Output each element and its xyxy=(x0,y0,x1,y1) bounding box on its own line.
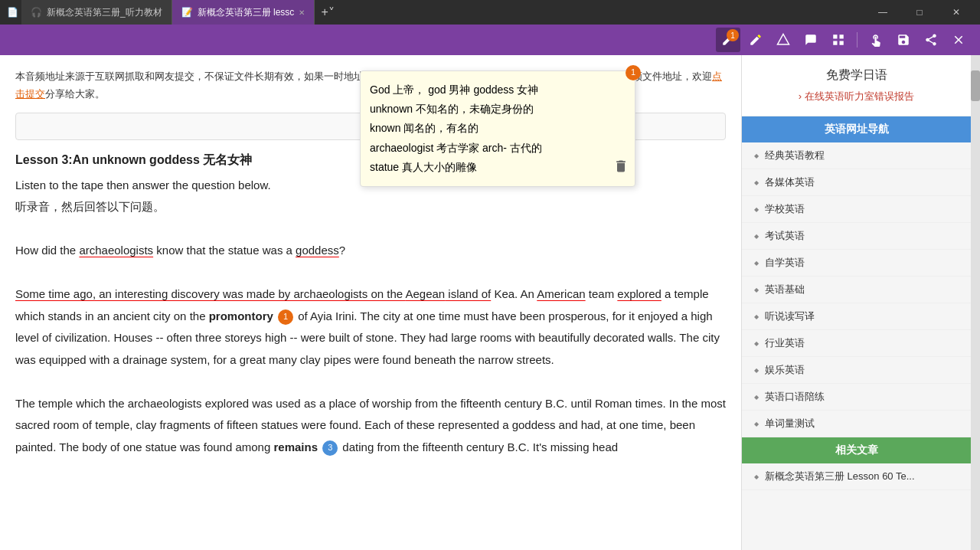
sentence-underline-1: Some time ago, an interesting discovery … xyxy=(15,287,491,300)
toolbar-badge: 1 xyxy=(727,29,739,41)
tab-bar: 🎧 新概念英语第三册_听力教材 📝 新概念英语第三册 lessc ✕ + ˅ xyxy=(21,0,862,25)
main-layout: 本音频地址来源于互联网抓取和网友提交，不保证文件长期有效，如果一时地址无效，请尝… xyxy=(0,55,980,550)
paragraph-2: The temple which the archaeologists expl… xyxy=(15,393,726,459)
close-button[interactable]: ✕ xyxy=(939,0,974,25)
plus-icon: + xyxy=(321,5,328,19)
sidebar-related-item[interactable]: 新概念英语第三册 Lesson 60 Te... xyxy=(742,463,971,490)
sidebar-nav-item[interactable]: 英语口语陪练 xyxy=(742,384,971,411)
save-button[interactable] xyxy=(891,28,916,52)
toolbar: 1 xyxy=(0,25,980,55)
sidebar-nav-item[interactable]: 听说读写译 xyxy=(742,303,971,330)
sidebar-related-section: 相关文章 新概念英语第三册 Lesson 60 Te... xyxy=(742,437,971,490)
titlebar: 📄 🎧 新概念英语第三册_听力教材 📝 新概念英语第三册 lessc ✕ + ˅… xyxy=(0,0,980,25)
maximize-button[interactable]: □ xyxy=(902,0,937,25)
scrollbar-thumb[interactable] xyxy=(971,70,980,101)
tooltip-content: God 上帝， god 男神 goddess 女神 unknown 不知名的，未… xyxy=(370,80,626,177)
question-text: How did the archaeologists know that the… xyxy=(15,240,726,262)
tab-2-icon: 📝 xyxy=(181,7,193,18)
app-icon: 📄 xyxy=(6,6,18,18)
svg-rect-4 xyxy=(840,41,844,45)
ad-link[interactable]: 在线英语听力室错误报告 xyxy=(754,90,959,103)
comment-button[interactable] xyxy=(799,28,823,52)
word-explored: explored xyxy=(617,287,662,300)
tooltip-popup: 1 God 上帝， god 男神 goddess 女神 unknown 不知名的… xyxy=(360,70,635,187)
paragraph-1: Some time ago, an interesting discovery … xyxy=(15,283,726,371)
tab-1-icon: 🎧 xyxy=(31,7,42,18)
sidebar-related-title: 相关文章 xyxy=(742,437,971,463)
article-text: Listen to the tape then answer the quest… xyxy=(15,175,726,459)
badge-1[interactable]: 1 xyxy=(278,309,293,325)
toolbar-divider-1 xyxy=(857,32,858,47)
tab-2-label: 新概念英语第三册 lessc xyxy=(198,6,295,19)
screenshot-button[interactable] xyxy=(826,28,851,52)
sidebar-nav-title: 英语网址导航 xyxy=(742,116,971,142)
page-scrollbar[interactable] xyxy=(971,55,980,550)
tooltip-delete-button[interactable] xyxy=(613,159,629,180)
sidebar-nav-item[interactable]: 娱乐英语 xyxy=(742,357,971,384)
related-items-container: 新概念英语第三册 Lesson 60 Te... xyxy=(742,463,971,490)
sidebar-nav-item[interactable]: 学校英语 xyxy=(742,196,971,223)
share-button[interactable] xyxy=(919,28,943,52)
window-controls: — □ ✕ xyxy=(865,0,974,25)
toolbar-close-button[interactable] xyxy=(946,28,971,52)
right-sidebar: 免费学日语 在线英语听力室错误报告 英语网址导航 经典英语教程各媒体英语学校英语… xyxy=(741,55,971,550)
word-archaeologists[interactable]: archaeologists xyxy=(79,244,153,257)
sidebar-nav-item[interactable]: 各媒体英语 xyxy=(742,169,971,196)
dropdown-icon: ˅ xyxy=(328,5,335,20)
sidebar-nav-item[interactable]: 经典英语教程 xyxy=(742,142,971,169)
sidebar-ad: 免费学日语 在线英语听力室错误报告 xyxy=(742,55,971,116)
minimize-button[interactable]: — xyxy=(865,0,900,25)
tab-2[interactable]: 📝 新概念英语第三册 lessc ✕ xyxy=(172,0,315,25)
svg-rect-2 xyxy=(840,34,844,38)
svg-marker-0 xyxy=(778,34,789,45)
tab-add-button[interactable]: + ˅ xyxy=(315,0,340,25)
ad-title: 免费学日语 xyxy=(754,67,959,83)
sidebar-nav-section: 英语网址导航 经典英语教程各媒体英语学校英语考试英语自学英语英语基础听说读写译行… xyxy=(742,116,971,437)
highlight-button[interactable] xyxy=(743,28,768,52)
content-area: 本音频地址来源于互联网抓取和网友提交，不保证文件长期有效，如果一时地址无效，请尝… xyxy=(0,55,741,550)
shape-button[interactable] xyxy=(771,28,795,52)
tooltip-badge: 1 xyxy=(626,65,641,80)
tab-2-close[interactable]: ✕ xyxy=(299,8,305,17)
svg-rect-3 xyxy=(833,41,837,45)
word-american: American xyxy=(537,287,585,300)
sidebar-nav-item[interactable]: 行业英语 xyxy=(742,330,971,357)
svg-rect-1 xyxy=(833,34,837,38)
instruction-2: 听录音，然后回答以下问题。 xyxy=(15,196,726,218)
nav-items-container: 经典英语教程各媒体英语学校英语考试英语自学英语英语基础听说读写译行业英语娱乐英语… xyxy=(742,142,971,437)
word-goddess[interactable]: goddess xyxy=(296,244,339,257)
hand-tool-button[interactable] xyxy=(864,28,888,52)
annotate-pen-button[interactable]: 1 xyxy=(716,28,740,52)
tab-1[interactable]: 🎧 新概念英语第三册_听力教材 xyxy=(21,0,172,25)
sidebar-nav-item[interactable]: 单词量测试 xyxy=(742,411,971,437)
badge-3[interactable]: 3 xyxy=(322,440,338,456)
word-promontory: promontory xyxy=(209,309,273,322)
tab-1-label: 新概念英语第三册_听力教材 xyxy=(47,6,162,19)
sidebar-nav-item[interactable]: 英语基础 xyxy=(742,277,971,303)
word-remains: remains xyxy=(273,440,318,453)
sidebar-nav-item[interactable]: 自学英语 xyxy=(742,250,971,277)
sidebar-nav-item[interactable]: 考试英语 xyxy=(742,223,971,250)
